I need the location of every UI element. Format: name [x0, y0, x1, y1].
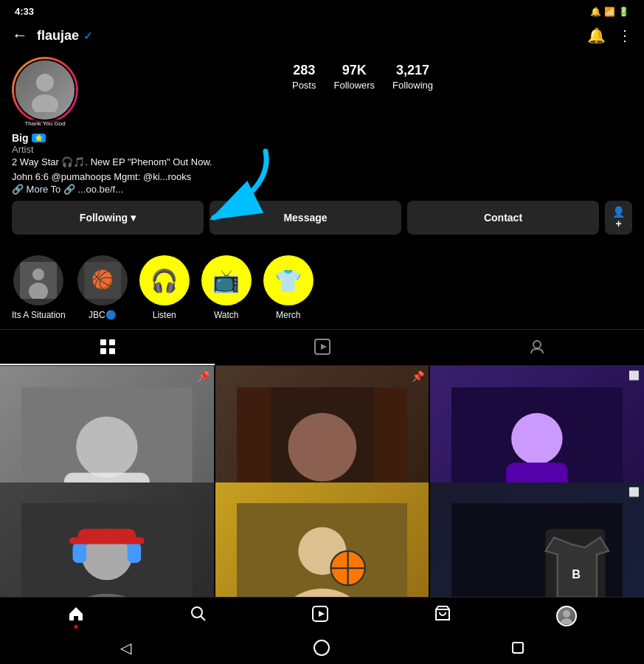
svg-point-0 [36, 74, 54, 91]
bio-name-text: Big [12, 132, 29, 144]
search-icon [190, 605, 207, 627]
pin-icon-1: 📌 [197, 370, 210, 382]
svg-rect-33 [69, 538, 145, 544]
gesture-bar: ◁ [0, 633, 644, 664]
grid-placeholder-6: B FLAUJAE JOHNSON 2023-24 [430, 483, 644, 598]
contact-button[interactable]: Contact [407, 201, 599, 235]
svg-point-15 [76, 416, 137, 477]
stats-row: 283 Posts 97K Followers 3,217 Following [93, 57, 632, 91]
signal-icon: 🔔 [590, 7, 601, 17]
profile-section: Thank You God 283 Posts 97K Followers 3,… [0, 51, 644, 252]
bio-name: Big 🌟 [12, 132, 632, 144]
stat-followers: 97K Followers [333, 63, 375, 91]
back-button[interactable]: ← [12, 26, 28, 45]
highlight-watch[interactable]: 📺 Watch [201, 255, 252, 320]
highlight-image-2: 🏀 [84, 262, 121, 299]
grid-icon [100, 339, 116, 355]
svg-rect-10 [109, 348, 115, 354]
chevron-down-icon: ▾ [131, 212, 136, 224]
highlight-merch[interactable]: 👕 Merch [263, 255, 314, 320]
header-username-text: flaujae [37, 28, 79, 44]
bio-line1: 2 Way Star 🎧🎵. New EP "Phenom" Out Now. [12, 155, 632, 170]
stat-following-count: 3,217 [392, 63, 433, 78]
status-icons: 🔔 📶 🔋 [590, 7, 629, 17]
status-bar: 4:33 🔔 📶 🔋 [0, 0, 644, 20]
highlight-label-4: Watch [214, 310, 239, 320]
svg-point-51 [563, 610, 570, 618]
svg-point-1 [32, 94, 58, 112]
tabs-section [0, 329, 644, 366]
multi-icon-3: ⬜ [629, 370, 640, 381]
reels-icon [314, 339, 330, 355]
svg-point-24 [511, 413, 563, 465]
highlight-listen[interactable]: 🎧 Listen [139, 255, 190, 320]
bio-line2: John 6:6 @pumahoops Mgmt: @ki...rooks [12, 170, 632, 184]
stat-followers-count: 97K [333, 63, 375, 78]
svg-text:🏀: 🏀 [91, 269, 114, 290]
status-time: 4:33 [15, 6, 34, 17]
svg-point-52 [561, 618, 572, 624]
action-buttons: Following ▾ Message Contact 👤+ [12, 201, 632, 235]
avatar-placeholder [15, 60, 75, 120]
nav-profile[interactable] [556, 606, 577, 626]
highlight-label-2: JBC🔵 [89, 310, 117, 320]
highlight-circle-1 [13, 255, 63, 305]
svg-marker-50 [319, 611, 325, 617]
highlight-label-1: Its A Situation [12, 310, 66, 320]
notification-icon[interactable]: 🔔 [587, 27, 606, 44]
stat-posts: 283 Posts [292, 63, 316, 91]
add-person-icon: 👤+ [612, 206, 625, 229]
header-username-container: flaujae ✓ [37, 28, 587, 44]
stat-posts-label: Posts [292, 80, 316, 91]
grid-item-5[interactable]: 4 [215, 483, 429, 598]
stat-following-label: Following [392, 80, 433, 91]
grid-placeholder-5: 4 [215, 483, 429, 598]
svg-point-13 [533, 341, 541, 348]
pin-icon-2: 📌 [412, 370, 424, 382]
avatar-inner [14, 59, 76, 121]
tab-reels[interactable] [215, 330, 429, 365]
tab-grid[interactable] [0, 330, 215, 365]
reels-nav-icon [311, 605, 329, 627]
bio-section: Big 🌟 Artist 2 Way Star 🎧🎵. New EP "Phen… [12, 132, 632, 195]
highlight-jbc[interactable]: 🏀 JBC🔵 [77, 255, 128, 320]
tab-tagged[interactable] [429, 330, 644, 365]
following-button[interactable]: Following ▾ [12, 201, 204, 235]
grid-section: 📌 📌 [0, 366, 644, 597]
nav-home[interactable] [67, 605, 85, 627]
header-actions: 🔔 ⋮ [587, 27, 632, 44]
bio-link[interactable]: 🔗 More To 🔗 ...oo.be/f... [12, 184, 632, 195]
nav-shop[interactable] [434, 605, 451, 627]
add-person-button[interactable]: 👤+ [605, 201, 632, 235]
grid-placeholder-4 [0, 483, 214, 598]
highlights-section: Its A Situation 🏀 JBC🔵 🎧 Listen 📺 Wa [0, 252, 644, 329]
grid-item-6[interactable]: B FLAUJAE JOHNSON 2023-24 ⬜ ❤️ @LSLWBKB … [430, 483, 644, 598]
nav-reels[interactable] [311, 605, 329, 627]
back-gesture[interactable]: ◁ [120, 639, 131, 657]
grid-item-4[interactable] [0, 483, 214, 598]
bio-category: Artist [12, 144, 632, 155]
avatar-container[interactable]: Thank You God [12, 57, 78, 123]
wifi-icon: 📶 [604, 7, 615, 17]
highlight-circle-2: 🏀 [77, 255, 128, 305]
highlight-circle-3: 🎧 [139, 255, 190, 305]
nav-search[interactable] [190, 605, 207, 627]
svg-point-3 [32, 269, 44, 280]
bio-badge: 🌟 [32, 134, 46, 142]
svg-rect-30 [72, 543, 86, 564]
avatar-ring [12, 57, 78, 123]
home-gesture[interactable] [314, 640, 330, 656]
svg-point-47 [192, 607, 202, 618]
recents-gesture[interactable] [512, 642, 524, 654]
stat-following: 3,217 Following [392, 63, 433, 91]
svg-rect-31 [128, 543, 142, 564]
following-button-label: Following [80, 212, 128, 224]
more-options-icon[interactable]: ⋮ [617, 27, 632, 44]
message-button[interactable]: Message [210, 201, 401, 235]
highlight-circle-4: 📺 [201, 255, 252, 305]
profile-avatar-nav [556, 606, 577, 626]
highlight-its-a-situation[interactable]: Its A Situation [12, 255, 66, 320]
highlight-label-3: Listen [153, 310, 176, 320]
svg-rect-9 [100, 348, 106, 354]
svg-rect-7 [100, 339, 106, 345]
